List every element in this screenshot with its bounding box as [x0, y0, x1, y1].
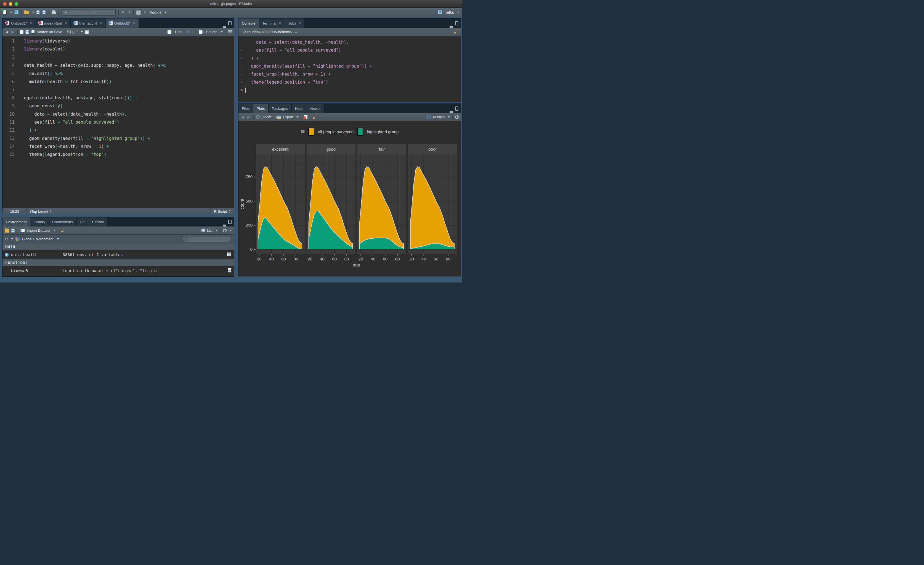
zoom-window-button[interactable]	[15, 2, 18, 6]
console-output[interactable]: + data = select(data_health, -health),+ …	[238, 36, 461, 94]
code-line[interactable]: 5 na.omit() %>%	[3, 70, 234, 78]
code-line[interactable]: 4data_health ← select(dviz.supp::happy, …	[3, 61, 234, 69]
project-name[interactable]: talks	[446, 10, 454, 15]
tab-tutorial[interactable]: Tutorial	[88, 217, 107, 226]
close-tab-icon[interactable]: ✕	[298, 21, 301, 25]
code-line[interactable]: 12 ) +	[3, 126, 234, 134]
import-dataset-button[interactable]: Import Dataset	[27, 228, 50, 232]
version-control-icon[interactable]: +G−	[122, 10, 125, 15]
workspace-panes-icon[interactable]	[136, 10, 141, 15]
import-dataset-icon[interactable]	[20, 229, 25, 232]
tab-untitled2[interactable]: Untitled2*✕	[106, 18, 139, 28]
next-plot-icon[interactable]: ►	[247, 115, 251, 120]
run-button[interactable]: Run	[175, 30, 182, 34]
clear-console-icon[interactable]	[454, 30, 458, 34]
close-tab-icon[interactable]: ✕	[279, 21, 282, 25]
code-line[interactable]: 6 mutate(health = fct_rev(health))	[3, 78, 234, 86]
close-tab-icon[interactable]: ✕	[99, 21, 102, 25]
goto-file-input[interactable]	[69, 10, 111, 14]
save-workspace-icon[interactable]	[11, 229, 15, 232]
find-replace-icon[interactable]	[68, 30, 72, 34]
rerun-icon[interactable]: ↻	[187, 30, 190, 34]
expand-object-icon[interactable]	[5, 253, 9, 257]
previous-plot-icon[interactable]: ◄	[241, 115, 245, 120]
code-line[interactable]: 2library(cowplot)	[3, 45, 234, 53]
tab-console[interactable]: Console	[238, 18, 259, 28]
clear-environment-icon[interactable]	[61, 228, 65, 233]
refresh-environment-icon[interactable]	[223, 229, 226, 232]
minimize-pane-icon[interactable]	[223, 225, 226, 226]
tab-thematicr[interactable]: thematic.R✕	[70, 18, 106, 28]
console-prompt[interactable]: >	[241, 86, 461, 94]
language-dropdown[interactable]	[11, 238, 13, 240]
tab-files[interactable]: Files	[238, 104, 254, 113]
popout-icon[interactable]	[20, 30, 24, 34]
tab-untitled1[interactable]: Untitled1*✕	[3, 18, 36, 28]
maximize-pane-icon[interactable]	[455, 21, 458, 25]
view-table-icon[interactable]	[227, 252, 231, 256]
close-tab-icon[interactable]: ✕	[64, 21, 67, 25]
view-source-icon[interactable]	[228, 268, 231, 272]
tab-jobs[interactable]: Jobs✕	[285, 18, 305, 28]
maximize-pane-icon[interactable]	[228, 220, 231, 224]
tab-environment[interactable]: Environment	[3, 217, 30, 226]
code-line[interactable]: 15 theme(legend.position = "top")	[3, 151, 234, 159]
goto-directory-icon[interactable]: ➦	[294, 30, 297, 34]
version-control-dropdown[interactable]	[128, 12, 130, 13]
tab-indexrmd[interactable]: index.Rmd✕	[36, 18, 71, 28]
minimize-pane-icon[interactable]	[450, 111, 453, 113]
environment-search-box[interactable]	[182, 236, 231, 242]
tab-history[interactable]: History	[30, 217, 49, 226]
environment-object-row[interactable]: data_health38361 obs. of 2 variables	[3, 250, 234, 259]
goto-file-box[interactable]: ➤	[62, 9, 116, 16]
list-view-button[interactable]: List	[207, 228, 213, 232]
refresh-dropdown[interactable]	[230, 230, 232, 231]
environment-selector[interactable]: Global Environment	[22, 237, 53, 241]
publish-button[interactable]: Publish	[433, 115, 445, 119]
print-icon[interactable]	[52, 12, 56, 14]
code-line[interactable]: 8ggplot(data_health, aes(age, stat(count…	[3, 94, 234, 102]
maximize-pane-icon[interactable]	[228, 21, 231, 25]
minimize-window-button[interactable]	[9, 2, 12, 6]
new-file-icon[interactable]: +	[3, 10, 7, 15]
project-dropdown[interactable]	[457, 12, 459, 13]
back-icon[interactable]: ◄	[5, 30, 9, 34]
code-line[interactable]: 9 geom_density(	[3, 102, 234, 110]
code-tools-dropdown[interactable]	[81, 31, 83, 33]
export-dropdown[interactable]	[296, 117, 298, 118]
import-dataset-dropdown[interactable]	[53, 230, 56, 231]
tab-connections[interactable]: Connections	[49, 217, 76, 226]
close-window-button[interactable]	[3, 2, 7, 6]
zoom-plot-icon[interactable]: +	[256, 115, 260, 119]
environment-object-row[interactable]: browseRfunction (browser = c("chrome", "…	[3, 266, 234, 275]
clear-plots-icon[interactable]	[313, 115, 317, 120]
addins-menu[interactable]: Addins	[150, 10, 162, 15]
run-arrow-icon[interactable]	[171, 31, 173, 33]
document-outline-icon[interactable]	[228, 30, 232, 34]
source-button[interactable]: Source	[206, 30, 218, 34]
language-selector[interactable]: R	[5, 237, 8, 241]
minimize-pane-icon[interactable]	[450, 26, 453, 28]
publish-icon[interactable]	[427, 115, 431, 119]
close-tab-icon[interactable]: ✕	[132, 21, 135, 25]
save-doc-icon[interactable]	[26, 30, 29, 34]
environment-dropdown[interactable]	[57, 238, 59, 240]
code-line[interactable]: 13 geom_density(aes(fill = "highlighted …	[3, 135, 234, 142]
export-button[interactable]: Export	[283, 115, 293, 119]
save-icon[interactable]	[36, 10, 40, 14]
remove-plot-icon[interactable]	[304, 115, 308, 119]
zoom-button[interactable]: Zoom	[262, 115, 271, 119]
tab-packages[interactable]: Packages	[268, 104, 292, 113]
code-editor[interactable]: 1library(tidyverse)2library(cowplot)34da…	[3, 36, 234, 208]
run-icon[interactable]	[168, 30, 171, 34]
load-workspace-icon[interactable]	[5, 229, 9, 232]
source-on-save-checkbox[interactable]	[31, 30, 35, 34]
list-view-dropdown[interactable]	[216, 230, 218, 231]
code-line[interactable]: 7	[3, 86, 234, 94]
file-type-selector[interactable]: R Script	[211, 208, 234, 214]
open-file-icon[interactable]	[24, 11, 29, 14]
forward-icon[interactable]: ►	[11, 30, 15, 34]
refresh-plot-icon[interactable]	[455, 115, 459, 119]
new-file-dropdown[interactable]	[10, 12, 12, 13]
panes-dropdown[interactable]	[144, 12, 146, 13]
